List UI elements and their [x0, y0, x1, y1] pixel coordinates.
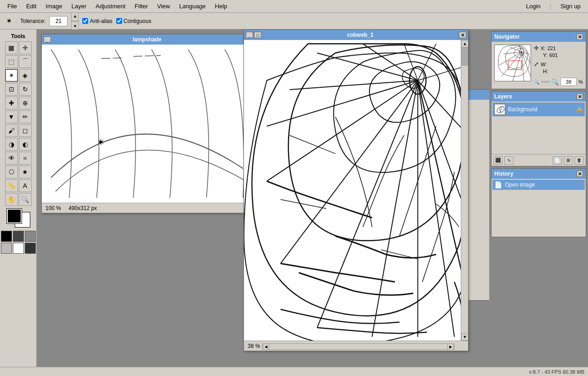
layers-close-btn[interactable]: ✕: [577, 93, 583, 100]
menu-adjustment[interactable]: Adjustment: [92, 1, 129, 11]
cobweb-scroll-thumb[interactable]: [461, 47, 468, 66]
tool-brush[interactable]: 🖌: [5, 124, 18, 137]
tool-crop[interactable]: ⊡: [5, 83, 18, 96]
navigator-title: Navigator: [494, 34, 520, 40]
navigator-preview[interactable]: [494, 45, 531, 81]
history-item-icon: 📄: [494, 181, 502, 188]
anti-alias-checkbox[interactable]: [82, 18, 88, 24]
menu-file[interactable]: File: [4, 1, 21, 11]
layers-panel: Layers ✕ Background 🔒: [491, 91, 586, 166]
nav-h-label: H:: [543, 68, 548, 74]
tool-star[interactable]: ★: [19, 165, 32, 178]
cobweb-zoom: 38 %: [248, 343, 260, 349]
history-content: 📄 Open image: [492, 179, 586, 237]
tool-hand[interactable]: ✋: [5, 193, 18, 206]
history-titlebar: History ✕: [492, 169, 586, 179]
cobweb-scroll-down[interactable]: ▼: [461, 333, 468, 341]
preset-1[interactable]: [1, 231, 12, 242]
lampshade-minimize-btn[interactable]: _: [44, 36, 51, 43]
history-panel: History ✕ 📄 Open image: [491, 168, 586, 237]
menu-edit[interactable]: Edit: [23, 1, 40, 11]
menu-login[interactable]: Login: [522, 1, 544, 11]
tool-clone[interactable]: ⊕: [19, 97, 32, 109]
layers-add-mask-btn[interactable]: ⬛: [493, 156, 503, 165]
tool-dodge[interactable]: ◑: [5, 138, 18, 151]
svg-rect-4: [244, 44, 468, 336]
layers-title: Layers: [494, 93, 512, 100]
tool-heal[interactable]: ✚: [5, 97, 18, 109]
nav-y-value: 601: [549, 52, 558, 58]
history-close-btn[interactable]: ✕: [577, 171, 583, 177]
tools-title: Tools: [1, 31, 35, 41]
lampshade-titlebar[interactable]: _ lampshade ✕: [42, 34, 252, 45]
tool-presets-grid: [1, 231, 36, 254]
nav-zoom-input[interactable]: [560, 78, 577, 86]
tool-move[interactable]: ✛: [19, 41, 32, 54]
menu-filter[interactable]: Filter: [131, 1, 152, 11]
menu-view[interactable]: View: [153, 1, 174, 11]
navigator-content: ✛ X: 221 Y: 601 ⤢ W:: [492, 42, 586, 89]
layers-new-layer-btn[interactable]: 📄: [553, 156, 562, 165]
tool-color-select[interactable]: ◈: [19, 69, 32, 82]
cobweb-minimize-btn[interactable]: _: [246, 32, 253, 38]
layers-curve-btn[interactable]: ∿: [504, 156, 514, 165]
preset-4[interactable]: [1, 243, 12, 254]
cobweb-maximize-btn[interactable]: □: [254, 32, 261, 38]
menu-help[interactable]: Help: [211, 1, 231, 11]
navigator-close-btn[interactable]: ✕: [577, 34, 583, 40]
lampshade-canvas: ✶: [42, 45, 252, 203]
fuzzy-select-tool-icon[interactable]: ✶: [4, 15, 17, 28]
tool-rotate[interactable]: ↻: [19, 83, 32, 96]
tool-select-rect[interactable]: ▦: [5, 41, 18, 54]
cobweb-vscroll[interactable]: ▲ ▼: [461, 40, 468, 341]
layers-duplicate-btn[interactable]: ⊞: [564, 156, 573, 165]
layer-thumb: [494, 104, 505, 115]
cobweb-scroll-up[interactable]: ▲: [461, 40, 468, 47]
tool-paint-bucket[interactable]: ▼: [5, 110, 18, 123]
tool-burn[interactable]: ◐: [19, 138, 32, 151]
color-swatches[interactable]: [7, 209, 30, 227]
tool-lasso[interactable]: ⌒: [19, 55, 32, 68]
preset-2[interactable]: [13, 231, 24, 242]
tool-pencil[interactable]: ✏: [19, 110, 32, 123]
tool-text[interactable]: A: [19, 179, 32, 192]
tool-eraser[interactable]: ◻: [19, 124, 32, 137]
anti-alias-checkbox-label[interactable]: Anti-alias: [82, 18, 112, 24]
tool-select-ellipse[interactable]: ⬚: [5, 55, 18, 68]
menu-image[interactable]: Image: [42, 1, 66, 11]
layers-delete-btn[interactable]: 🗑: [575, 156, 584, 165]
cobweb-hscroll-right[interactable]: ▶: [447, 343, 454, 350]
tool-fuzzy-select[interactable]: ✶: [5, 69, 18, 82]
cobweb-title: cobweb_1: [261, 32, 459, 38]
contiguous-checkbox-label[interactable]: Contiguous: [116, 18, 152, 24]
nav-y-label: Y:: [543, 52, 548, 58]
fg-color[interactable]: [7, 209, 22, 223]
tolerance-input[interactable]: [49, 16, 68, 26]
zoom-smaller-icon: 🔍: [534, 80, 539, 85]
svg-rect-35: [495, 104, 505, 115]
tool-smudge[interactable]: ≈: [19, 152, 32, 165]
layer-row[interactable]: Background 🔒: [492, 103, 585, 116]
menu-layer[interactable]: Layer: [68, 1, 90, 11]
history-empty-area: [492, 190, 585, 236]
history-row[interactable]: 📄 Open image: [492, 180, 585, 190]
nav-w-label: W:: [541, 62, 547, 67]
tool-measure[interactable]: 📏: [5, 179, 18, 192]
resize-icon: ⤢: [534, 61, 539, 68]
tool-zoom[interactable]: 🔍: [19, 193, 32, 206]
menu-signup[interactable]: Sign up: [557, 1, 584, 11]
menu-language[interactable]: Language: [175, 1, 209, 11]
contiguous-checkbox[interactable]: [116, 18, 122, 24]
cobweb-close-btn[interactable]: ✕: [459, 32, 466, 38]
tool-path[interactable]: ⎔: [5, 165, 18, 178]
lampshade-dimensions: 490x312 px: [68, 205, 97, 211]
cobweb-hscroll-left[interactable]: ◀: [263, 343, 269, 350]
tool-eye[interactable]: 👁: [5, 152, 18, 165]
preset-3[interactable]: [25, 231, 36, 242]
nav-zoom-slider[interactable]: [541, 81, 549, 83]
preset-6[interactable]: [25, 243, 36, 254]
menu-bar: File Edit Image Layer Adjustment Filter …: [0, 0, 588, 13]
preset-5[interactable]: [13, 243, 24, 254]
nav-x-label: X:: [541, 46, 545, 51]
cobweb-titlebar[interactable]: _ □ cobweb_1 ✕: [244, 30, 468, 40]
